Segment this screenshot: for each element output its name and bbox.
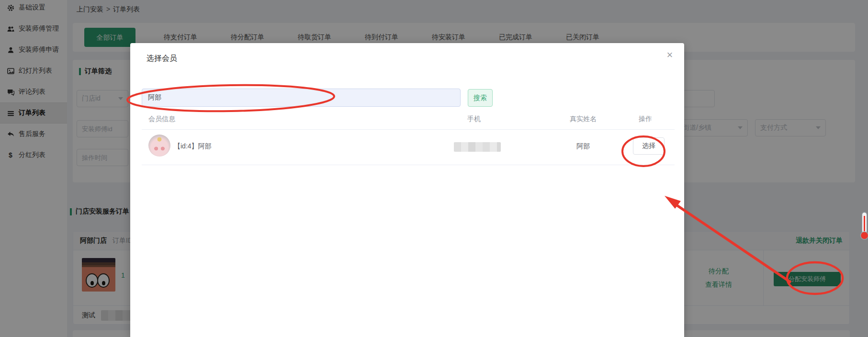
app-root: 上门安装>订单列表 全部订单 待支付订单 待分配订单 待取货订单 待到付订单 待… — [0, 0, 868, 337]
close-icon[interactable]: × — [663, 48, 677, 62]
table-divider — [142, 129, 675, 130]
column-header-real-name: 真实姓名 — [564, 115, 602, 124]
column-header-action: 操作 — [631, 115, 660, 124]
member-name: 【id:4】阿部 — [174, 142, 212, 151]
member-search-input[interactable] — [142, 89, 461, 107]
table-divider — [142, 165, 675, 165]
member-real-name: 阿部 — [564, 142, 602, 151]
select-member-dialog: 选择会员 × 搜索 会员信息 手机 真实姓名 操作 【id:4】阿部 阿部 选择 — [130, 43, 684, 337]
select-member-button[interactable]: 选择 — [633, 137, 665, 155]
phone-redacted — [454, 142, 501, 152]
search-button[interactable]: 搜索 — [468, 89, 493, 107]
member-avatar — [148, 135, 170, 157]
dialog-title: 选择会员 — [147, 54, 177, 64]
column-header-member-info: 会员信息 — [148, 115, 175, 124]
column-header-phone: 手机 — [460, 115, 488, 124]
